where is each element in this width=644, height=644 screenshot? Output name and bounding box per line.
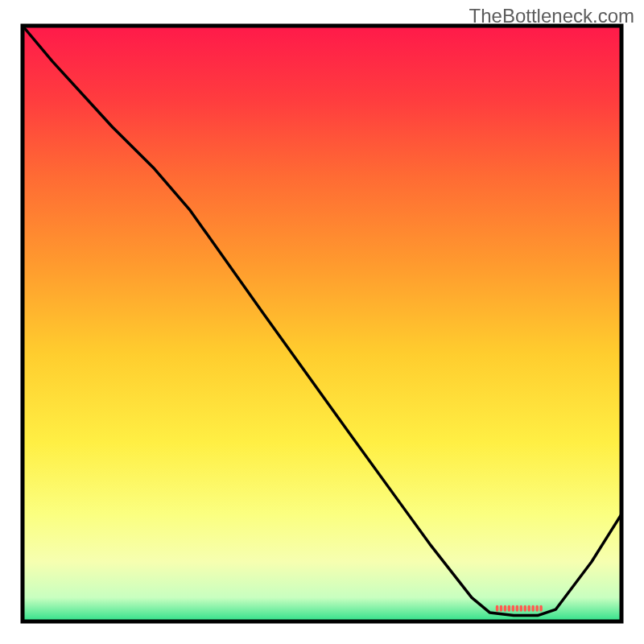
svg-rect-5 — [516, 605, 519, 612]
svg-rect-9 — [531, 605, 535, 612]
svg-rect-2 — [504, 605, 507, 612]
svg-rect-8 — [527, 605, 530, 612]
svg-rect-4 — [512, 605, 515, 612]
svg-rect-10 — [535, 605, 539, 612]
svg-rect-0 — [496, 605, 499, 612]
svg-rect-1 — [500, 605, 503, 612]
svg-rect-11 — [539, 605, 543, 612]
bottleneck-chart: TheBottleneck.com — [0, 0, 644, 644]
svg-rect-3 — [508, 605, 511, 612]
attribution-label: TheBottleneck.com — [469, 5, 634, 27]
svg-rect-7 — [524, 605, 527, 612]
chart-canvas — [0, 0, 644, 644]
plot-background — [23, 26, 621, 621]
svg-rect-6 — [520, 605, 523, 612]
